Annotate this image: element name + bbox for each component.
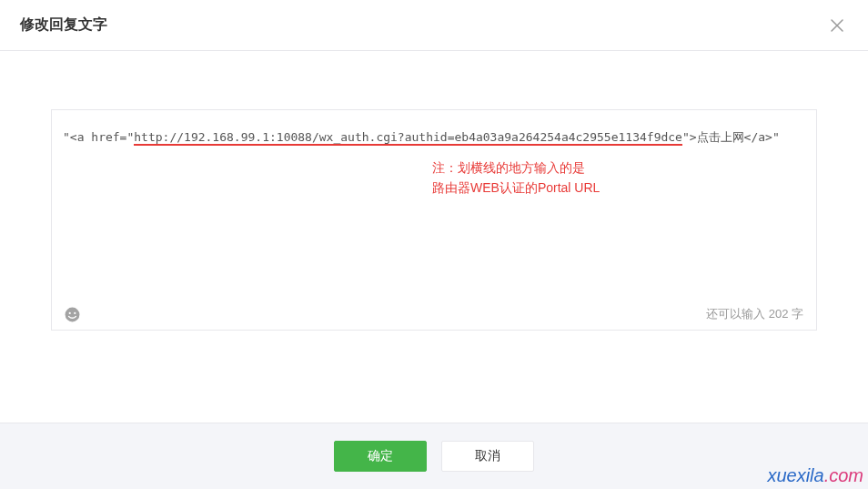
modal-body: "<a href="http://192.168.99.1:10088/wx_a… [0,51,868,423]
emoji-icon [64,306,81,323]
modal-edit-reply-text: 修改回复文字 "<a href="http://192.168.99.1:100… [0,0,868,489]
watermark-part2: .com [824,465,863,485]
editor-toolbar: 还可以输入 202 字 [52,301,816,330]
svg-point-2 [74,311,76,313]
text-editor[interactable]: "<a href="http://192.168.99.1:10088/wx_a… [52,110,816,301]
watermark: xuexila.com [767,465,863,486]
svg-point-0 [65,307,79,321]
char-counter: 还可以输入 202 字 [706,306,803,322]
html-prefix: "<a href=" [63,130,134,144]
annotation-note: 注：划横线的地方输入的是 路由器WEB认证的Portal URL [432,158,600,198]
annotation-line1: 注：划横线的地方输入的是 [432,158,600,178]
watermark-part1: xuexila [767,465,823,485]
close-button[interactable] [826,15,848,36]
modal-title: 修改回复文字 [20,15,107,35]
svg-point-1 [68,311,70,313]
annotation-line2: 路由器WEB认证的Portal URL [432,178,600,199]
cancel-button[interactable]: 取消 [441,441,534,472]
emoji-button[interactable] [63,305,81,323]
modal-footer: 确定 取消 [0,423,868,489]
editor-content: "<a href="http://192.168.99.1:10088/wx_a… [63,128,805,147]
underlined-url: http://192.168.99.1:10088/wx_auth.cgi?au… [134,130,682,146]
html-suffix: ">点击上网</a>" [682,130,780,144]
editor-container: "<a href="http://192.168.99.1:10088/wx_a… [51,109,817,331]
ok-button[interactable]: 确定 [334,441,427,472]
modal-header: 修改回复文字 [0,0,868,51]
close-icon [829,17,845,34]
